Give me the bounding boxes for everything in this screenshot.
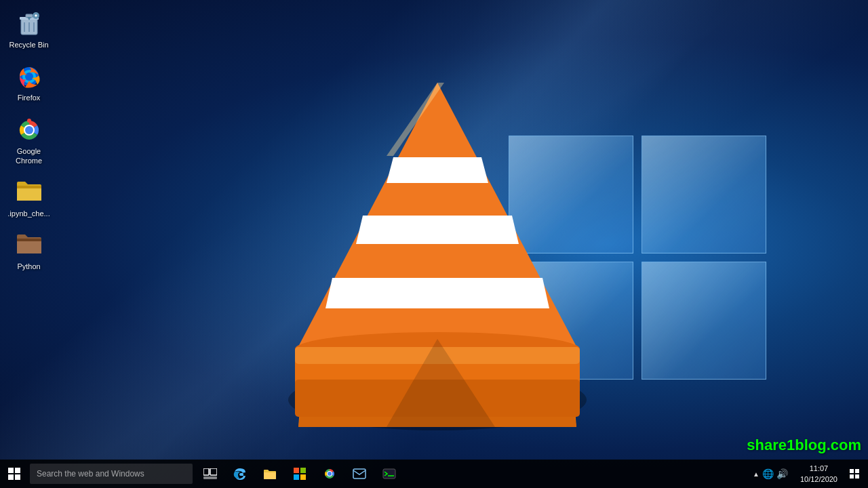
ipynb-folder-icon[interactable]: .ipynb_che... [3,176,54,222]
taskbar: ▲ 🌐 🔊 11:07 10/12/2020 [0,460,868,488]
svg-rect-46 [855,474,859,479]
volume-icon[interactable]: 🔊 [776,468,788,479]
network-icon[interactable]: 🌐 [762,468,774,479]
system-clock[interactable]: 11:07 10/12/2020 [795,463,843,485]
taskbar-right: ▲ 🌐 🔊 11:07 10/12/2020 [747,460,868,488]
svg-rect-44 [855,469,859,473]
firefox-icon[interactable]: Firefox [3,60,54,106]
svg-point-28 [25,126,33,134]
taskbar-actions [196,460,403,488]
svg-rect-43 [850,469,854,473]
firefox-image [16,63,43,90]
win-pane-br [642,262,766,380]
sys-tray: ▲ 🌐 🔊 [747,468,793,479]
python-icon[interactable]: Python [3,228,54,274]
recycle-bin-icon[interactable]: Recycle Bin [3,7,54,53]
terminal-button[interactable] [375,460,403,488]
svg-point-26 [25,73,33,81]
svg-marker-10 [387,157,488,183]
desktop-icons: Recycle Bin Firefox [0,0,58,282]
svg-marker-9 [356,216,519,244]
svg-rect-34 [294,468,299,473]
win-pane-tr [642,136,766,253]
recycle-bin-label: Recycle Bin [9,40,48,49]
watermark: share1blog.com [747,436,861,454]
chrome-taskbar-button[interactable] [315,460,344,488]
clock-date: 10/12/2020 [800,474,837,485]
svg-rect-40 [353,469,366,479]
mail-button[interactable] [345,460,374,488]
google-chrome-icon[interactable]: Google Chrome [3,113,54,169]
svg-rect-33 [203,476,217,479]
svg-marker-8 [326,278,549,308]
svg-rect-36 [294,474,299,480]
start-icon [8,468,20,480]
python-label: Python [17,262,40,271]
taskbar-search[interactable] [30,464,193,484]
start-button[interactable] [0,460,28,488]
chrome-label: Google Chrome [7,146,51,166]
svg-rect-41 [383,469,395,479]
svg-rect-45 [850,474,854,479]
ipynb-label: .ipynb_che... [7,209,50,218]
svg-point-39 [328,472,332,476]
clock-time: 11:07 [810,463,829,474]
chevron-up-icon[interactable]: ▲ [753,470,760,478]
recycle-bin-image [16,10,43,37]
file-explorer-button[interactable] [256,460,284,488]
svg-rect-35 [300,468,306,473]
store-button[interactable] [285,460,314,488]
edge-button[interactable] [226,460,254,488]
chrome-image [16,117,43,144]
notification-button[interactable] [844,460,865,488]
ipynb-folder-image [16,179,43,206]
task-view-button[interactable] [196,460,224,488]
svg-rect-37 [300,474,306,480]
svg-rect-31 [203,468,209,475]
python-image [16,232,43,259]
svg-rect-32 [210,468,217,475]
desktop: Recycle Bin Firefox [0,0,868,488]
svg-point-29 [27,119,31,123]
firefox-label: Firefox [18,93,41,102]
vlc-logo [258,47,610,441]
